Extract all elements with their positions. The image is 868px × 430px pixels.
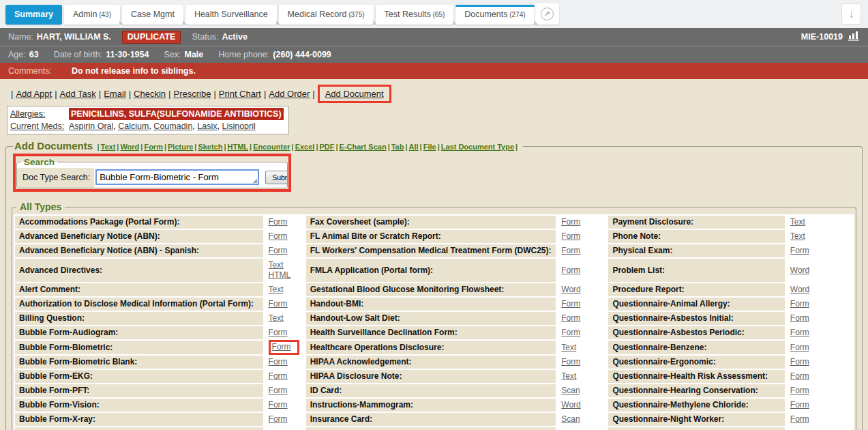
type-link-encounter[interactable]: Encounter — [253, 143, 290, 151]
doc-link-questionnaire-animal-allergy-form[interactable]: Form — [790, 299, 809, 309]
external-link-icon[interactable]: ↗ — [541, 8, 554, 20]
doc-link-hipaa-acknowledgement-form[interactable]: Form — [561, 357, 580, 367]
collapse-header-button[interactable]: ↓ — [841, 3, 861, 25]
doc-link-questionnaire-ergonomic-form[interactable]: Form — [790, 357, 809, 367]
doc-link-advanced-beneficiary-notice-abn-spanish-form[interactable]: Form — [269, 246, 288, 256]
tab-bar: SummaryAdmin (43)Case MgmtHealth Surveil… — [0, 0, 868, 28]
type-link-html[interactable]: HTML — [228, 143, 249, 151]
doc-link-insurance-card-scan[interactable]: Scan — [561, 414, 580, 425]
type-link-word[interactable]: Word — [120, 143, 139, 151]
patient-status: Active — [222, 32, 248, 42]
doc-link-instructions-mammogram-word[interactable]: Word — [561, 400, 580, 410]
doc-type-link-cell: Form — [265, 413, 305, 426]
doc-link-payment-disclosure-text[interactable]: Text — [790, 217, 805, 227]
doc-link-authorization-to-disclose-medical-information-portal-form-form[interactable]: Form — [269, 299, 288, 309]
doc-link-billing-question-text[interactable]: Text — [269, 313, 284, 324]
doc-link-bubble-form-vision-form[interactable]: Form — [269, 400, 288, 410]
type-link-last-document-type[interactable]: Last Document Type — [441, 143, 514, 151]
doc-link-alert-comment-text[interactable]: Text — [269, 285, 284, 295]
doc-link-phone-note-text[interactable]: Text — [790, 231, 805, 242]
action-link-add-order[interactable]: Add Order — [269, 89, 310, 99]
doc-link-health-surveillance-declination-form-form[interactable]: Form — [561, 328, 580, 338]
action-link-checkin[interactable]: Checkin — [134, 89, 166, 99]
tab-documents[interactable]: Documents (274) — [455, 5, 534, 25]
doc-link-hipaa-disclosure-note-text[interactable]: Text — [561, 371, 576, 382]
doc-type-label: Questionnaire-Night Worker: — [608, 413, 784, 426]
type-link-e-chart-scan[interactable]: E-Chart Scan — [340, 143, 387, 151]
resize-grip-icon[interactable] — [252, 178, 257, 183]
action-link-email[interactable]: Email — [104, 89, 126, 99]
tab-health-surveillance[interactable]: Health Surveillance — [185, 5, 277, 25]
type-link-picture[interactable]: Picture — [168, 143, 193, 151]
doc-link-problem-list-word[interactable]: Word — [790, 266, 809, 276]
doc-type-search-input[interactable] — [95, 169, 259, 185]
type-link-excel[interactable]: Excel — [295, 143, 315, 151]
action-link-print-chart[interactable]: Print Chart — [219, 89, 261, 99]
current-meds-link[interactable]: Current Meds: — [10, 121, 64, 131]
tab-medical-record[interactable]: Medical Record (375) — [279, 5, 374, 25]
doc-link-handout-bmi-form[interactable]: Form — [561, 299, 580, 309]
doc-link-healthcare-operations-disclosure-text[interactable]: Text — [561, 343, 576, 353]
med-link-aspirin-oral[interactable]: Aspirin Oral — [69, 121, 113, 131]
doc-type-label: Payment Disclosure: — [608, 216, 784, 229]
table-row: Bubble Form-EKG:FormHIPAA Disclosure Not… — [15, 370, 853, 383]
doc-link-bubble-form-audiogram-form[interactable]: Form — [269, 328, 288, 338]
doc-link-questionnaire-asbestos-initial-form[interactable]: Form — [790, 313, 809, 324]
doc-link-fl-animal-bite-or-scratch-report-form[interactable]: Form — [561, 231, 580, 242]
med-link-calcium[interactable]: Calcium — [118, 121, 149, 131]
doc-link-handout-low-salt-diet-form[interactable]: Form — [561, 313, 580, 324]
tab-external-chip[interactable]: ↗ — [535, 3, 559, 25]
tab-test-results[interactable]: Test Results (65) — [376, 5, 454, 25]
doc-link-bubble-form-x-ray-form[interactable]: Form — [269, 414, 288, 425]
doc-link-physical-exam-form[interactable]: Form — [790, 246, 809, 256]
doc-link-questionnaire-asbestos-periodic-form[interactable]: Form — [790, 328, 809, 338]
doc-type-link-cell: Form — [265, 427, 305, 430]
action-link-add-task[interactable]: Add Task — [60, 89, 96, 99]
comments-label: Comments: — [8, 66, 52, 76]
doc-link-bubble-form-ekg-form[interactable]: Form — [269, 371, 288, 382]
med-link-lisinopril[interactable]: Lisinopril — [222, 121, 255, 131]
doc-link-fax-coversheet-sample-form[interactable]: Form — [561, 217, 580, 227]
med-link-lasix[interactable]: Lasix — [197, 121, 217, 131]
action-link-prescribe[interactable]: Prescribe — [173, 89, 211, 99]
tab-case-mgmt[interactable]: Case Mgmt — [122, 5, 183, 25]
doc-link-procedure-report-word[interactable]: Word — [790, 285, 809, 295]
type-link-form[interactable]: Form — [144, 143, 163, 151]
doc-link-questionnaire-benzene-form[interactable]: Form — [790, 343, 809, 353]
submit-button[interactable]: Submit — [265, 171, 288, 184]
doc-link-fl-workers-compensation-medical-treatment-form-dwc25-form[interactable]: Form — [561, 246, 580, 256]
med-link-coumadin[interactable]: Coumadin — [153, 121, 192, 131]
doc-link-advanced-beneficiary-notice-abn-form[interactable]: Form — [269, 231, 288, 242]
type-link-file[interactable]: File — [423, 143, 436, 151]
action-link-add-appt[interactable]: Add Appt — [16, 89, 52, 99]
doc-link-bubble-form-biometric-blank-form[interactable]: Form — [269, 357, 288, 367]
doc-link-bubble-form-biometric-form[interactable]: Form — [272, 342, 291, 352]
doc-link-questionnaire-night-worker-form[interactable]: Form — [790, 414, 809, 425]
tab-summary[interactable]: Summary — [5, 5, 62, 25]
doc-link-advanced-directives-text[interactable]: Text — [269, 260, 284, 270]
allergies-link[interactable]: Allergies: — [10, 109, 45, 119]
table-row: Bubble Form-X-ray:FormInsurance Card:Sca… — [15, 413, 853, 426]
doc-link-questionnaire-methylene-chloride-form[interactable]: Form — [790, 400, 809, 410]
doc-link-bubble-form-pft-form[interactable]: Form — [269, 386, 288, 396]
doc-link-questionnaire-hearing-conservation-form[interactable]: Form — [790, 386, 809, 396]
doc-link-advanced-directives-html[interactable]: HTML — [269, 270, 291, 281]
allergy-meds-box: Allergies: PENICILLINS, SULFA(SULFONAMID… — [7, 106, 289, 134]
doc-type-label: ID Card: — [306, 384, 556, 397]
doc-link-accommodations-package-portal-form-form[interactable]: Form — [269, 217, 288, 227]
tab-admin[interactable]: Admin (43) — [64, 5, 120, 25]
type-link-sketch[interactable]: Sketch — [198, 143, 222, 151]
doc-type-link-cell: Form — [557, 244, 607, 257]
doc-link-fmla-application-portal-form-form[interactable]: Form — [561, 266, 580, 276]
doc-type-link-cell: Form — [265, 370, 305, 383]
doc-link-questionnaire-health-risk-assessment-form[interactable]: Form — [790, 371, 809, 382]
action-link-add-document[interactable]: Add Document — [325, 89, 384, 99]
type-link-all[interactable]: All — [409, 143, 419, 151]
bar-chart-icon[interactable] — [848, 31, 860, 43]
doc-link-gestational-blood-glucose-monitoring-flowsheet-word[interactable]: Word — [561, 285, 580, 295]
type-link-pdf[interactable]: PDF — [319, 143, 334, 151]
name-label: Name: — [8, 32, 33, 42]
type-link-text[interactable]: Text — [101, 143, 116, 151]
doc-link-id-card-scan[interactable]: Scan — [561, 386, 580, 396]
type-link-tab[interactable]: Tab — [391, 143, 404, 151]
